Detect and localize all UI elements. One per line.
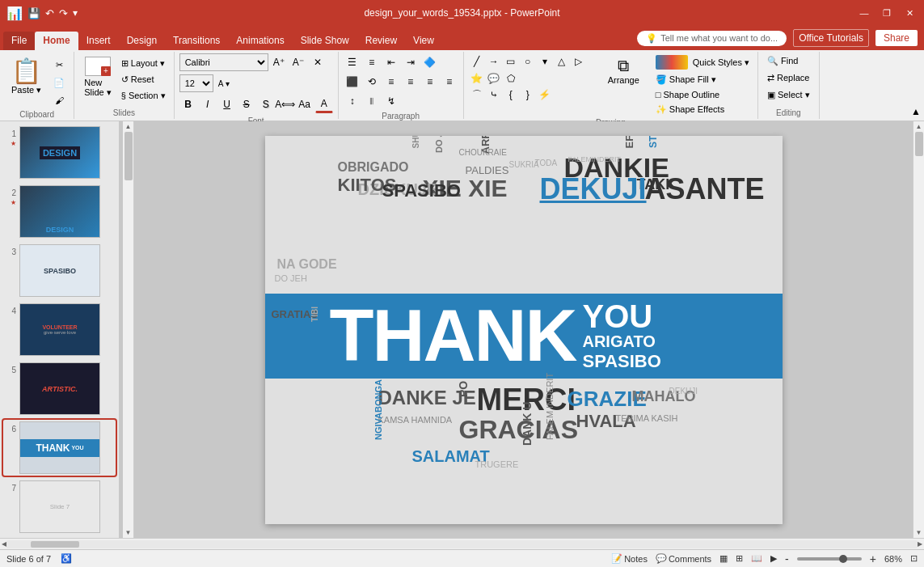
zoom-minus-btn[interactable]: - bbox=[785, 552, 789, 565]
reading-view-btn[interactable]: 📖 bbox=[751, 553, 762, 564]
zoom-slider[interactable] bbox=[797, 557, 862, 561]
reset-button[interactable]: ↺ Reset bbox=[118, 73, 169, 87]
slide-thumb-3[interactable]: 3 SPASIBO bbox=[3, 243, 116, 298]
new-slide-button[interactable]: + NewSlide ▾ bbox=[79, 53, 116, 101]
font-name-select[interactable]: Calibri bbox=[179, 53, 268, 71]
shape-effects-button[interactable]: ✨ Shape Effects bbox=[652, 103, 753, 116]
shape-arrow[interactable]: → bbox=[486, 53, 502, 70]
save-icon[interactable]: 💾 bbox=[27, 7, 40, 19]
slide-thumb-7[interactable]: 7 Slide 7 bbox=[3, 479, 116, 535]
canvas-area[interactable]: ▲ ▼ DANKIE ARRIGATO DO JEH SHUKRAN CHOUK… bbox=[123, 121, 924, 538]
minimize-btn[interactable]: — bbox=[856, 5, 872, 21]
strikethrough-button[interactable]: S bbox=[238, 95, 255, 113]
tab-home[interactable]: Home bbox=[35, 32, 78, 50]
scroll-up-arrow[interactable]: ▲ bbox=[125, 121, 132, 130]
increase-indent-btn[interactable]: ⇥ bbox=[402, 53, 420, 71]
redo-icon[interactable]: ↷ bbox=[59, 7, 68, 19]
shape-callout[interactable]: 💬 bbox=[486, 70, 502, 87]
shape-curve[interactable]: ⌒ bbox=[469, 87, 485, 103]
align-right-btn[interactable]: ≡ bbox=[421, 73, 439, 91]
convert-btn[interactable]: ↯ bbox=[382, 92, 400, 110]
shape-tri[interactable]: △ bbox=[554, 53, 570, 70]
tab-file[interactable]: File bbox=[3, 32, 35, 50]
canvas-scroll-up[interactable]: ▲ bbox=[916, 121, 922, 130]
tell-me-input[interactable]: 💡 Tell me what you want to do... bbox=[637, 31, 787, 46]
canvas-scrollbar-v[interactable]: ▲ ▼ bbox=[913, 121, 924, 538]
shape-brace[interactable]: { bbox=[503, 87, 519, 103]
shape-outline-button[interactable]: □ Shape Outline bbox=[652, 88, 753, 101]
slide-thumb-1[interactable]: 1★ DESIGN bbox=[3, 125, 116, 180]
font-shrink-btn[interactable]: A⁻ bbox=[289, 53, 307, 71]
decrease-indent-btn[interactable]: ⇤ bbox=[382, 53, 400, 71]
italic-button[interactable]: I bbox=[199, 95, 217, 113]
underline-button[interactable]: U bbox=[218, 95, 236, 113]
tab-insert[interactable]: Insert bbox=[78, 32, 119, 50]
shape-star[interactable]: ⭐ bbox=[469, 70, 485, 87]
quick-styles-button[interactable]: Quick Styles ▾ bbox=[652, 53, 753, 71]
numbered-btn[interactable]: ≡ bbox=[363, 53, 381, 71]
slide-thumb-2[interactable]: 2★ DESIGN bbox=[3, 184, 116, 239]
shape-brace2[interactable]: } bbox=[520, 87, 536, 103]
shape-circle[interactable]: ○ bbox=[520, 53, 536, 70]
align-center-btn[interactable]: ≡ bbox=[402, 73, 420, 91]
slide-thumb-5[interactable]: 5 ARTISTIC. bbox=[3, 361, 116, 417]
office-tutorials-link[interactable]: Office Tutorials bbox=[793, 29, 869, 47]
arrange-button[interactable]: ⧉ Arrange bbox=[603, 53, 644, 88]
tab-animations[interactable]: Animations bbox=[228, 32, 292, 50]
bold-button[interactable]: B bbox=[179, 95, 197, 113]
text-dir-btn[interactable]: ⟲ bbox=[363, 73, 381, 91]
shape-custom[interactable]: ⚡ bbox=[537, 87, 553, 103]
char-spacing-button[interactable]: A⟺ bbox=[276, 95, 294, 113]
customize-icon[interactable]: ▾ bbox=[73, 7, 78, 19]
slide-thumb-4[interactable]: 4 VOLUNTEER give·serve·love bbox=[3, 302, 116, 358]
present-btn[interactable]: ▶ bbox=[770, 553, 777, 564]
justify-btn[interactable]: ≡ bbox=[441, 73, 458, 91]
scroll-down-arrow[interactable]: ▼ bbox=[125, 529, 132, 538]
comments-button[interactable]: 💬 Comments bbox=[656, 553, 711, 564]
shape-bend[interactable]: ⤷ bbox=[486, 87, 502, 103]
font-size-select[interactable]: 12 bbox=[179, 74, 213, 92]
replace-button[interactable]: ⇄ Replace bbox=[763, 70, 813, 86]
change-case-button[interactable]: Aa bbox=[296, 95, 314, 113]
fit-to-window-btn[interactable]: ⊡ bbox=[910, 553, 918, 564]
tab-design[interactable]: Design bbox=[119, 32, 165, 50]
bottom-scrollbar[interactable]: ◀ ▶ bbox=[0, 538, 924, 549]
scroll-right[interactable]: ▶ bbox=[918, 540, 922, 548]
align-left-btn[interactable]: ≡ bbox=[382, 73, 400, 91]
zoom-plus-btn[interactable]: + bbox=[870, 552, 876, 565]
canvas-vthumb[interactable] bbox=[915, 132, 923, 156]
cut-button[interactable]: ✂ bbox=[49, 57, 69, 73]
normal-view-btn[interactable]: ▦ bbox=[719, 553, 728, 564]
ribbon-collapse[interactable]: ▲ bbox=[908, 52, 924, 119]
format-painter-button[interactable]: 🖌 bbox=[49, 92, 69, 108]
shape-rect[interactable]: ▭ bbox=[503, 53, 519, 70]
find-button[interactable]: 🔍 Find bbox=[763, 53, 802, 69]
bullets-btn[interactable]: ☰ bbox=[344, 53, 361, 71]
clear-format-btn[interactable]: ✕ bbox=[309, 53, 327, 71]
canvas-scroll-down[interactable]: ▼ bbox=[916, 529, 922, 538]
tab-review[interactable]: Review bbox=[357, 32, 405, 50]
shape-line[interactable]: ╱ bbox=[469, 53, 485, 70]
copy-button[interactable]: 📄 bbox=[49, 74, 69, 91]
slide-sorter-btn[interactable]: ⊞ bbox=[736, 553, 743, 564]
restore-btn[interactable]: ❐ bbox=[879, 5, 895, 21]
tab-slideshow[interactable]: Slide Show bbox=[293, 32, 357, 50]
shape-more[interactable]: ▾ bbox=[537, 53, 553, 70]
h-scrollbar-thumb[interactable] bbox=[31, 541, 79, 548]
font-grow-btn[interactable]: A⁺ bbox=[270, 53, 288, 71]
shape-pentagon[interactable]: ⬠ bbox=[503, 70, 519, 87]
panel-scrollbar[interactable]: ▲ ▼ bbox=[123, 121, 134, 538]
undo-icon[interactable]: ↶ bbox=[45, 7, 54, 19]
layout-button[interactable]: ⊞ Layout ▾ bbox=[118, 57, 169, 70]
share-button[interactable]: Share bbox=[875, 30, 918, 46]
select-button[interactable]: ▣ Select ▾ bbox=[763, 87, 814, 103]
paste-button[interactable]: 📋 Paste ▾ bbox=[5, 53, 48, 99]
col-btn[interactable]: ⬛ bbox=[344, 73, 361, 91]
notes-button[interactable]: 📝 Notes bbox=[611, 553, 648, 564]
zoom-thumb[interactable] bbox=[839, 555, 847, 563]
columns-btn[interactable]: ⫴ bbox=[363, 92, 381, 110]
section-button[interactable]: § Section ▾ bbox=[118, 89, 169, 103]
tab-transitions[interactable]: Transitions bbox=[165, 32, 228, 50]
tab-view[interactable]: View bbox=[405, 32, 442, 50]
smartart-btn[interactable]: 🔷 bbox=[421, 53, 439, 71]
